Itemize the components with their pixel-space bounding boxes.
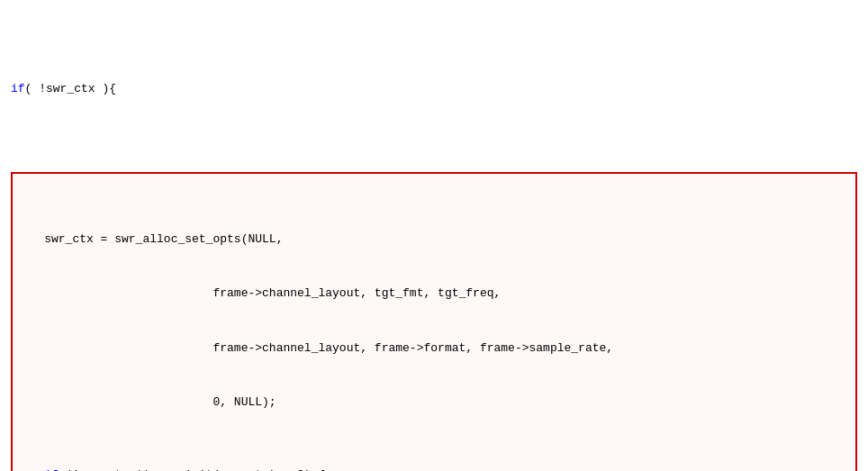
code-editor: if( !swr_ctx ){ swr_ctx = swr_alloc_set_… [0, 0, 868, 471]
code-line: frame->channel_layout, frame->format, fr… [16, 340, 852, 358]
highlighted-block-1: swr_ctx = swr_alloc_set_opts(NULL, frame… [11, 172, 857, 471]
code-line: frame->channel_layout, tgt_fmt, tgt_freq… [16, 285, 852, 303]
code-line: if (!swr_ctx || swr_init(swr_ctx) < 0) { [16, 466, 852, 471]
code-line: 0, NULL); [16, 394, 852, 412]
code-line: swr_ctx = swr_alloc_set_opts(NULL, [16, 231, 852, 249]
code-line: if( !swr_ctx ){ [11, 80, 857, 98]
